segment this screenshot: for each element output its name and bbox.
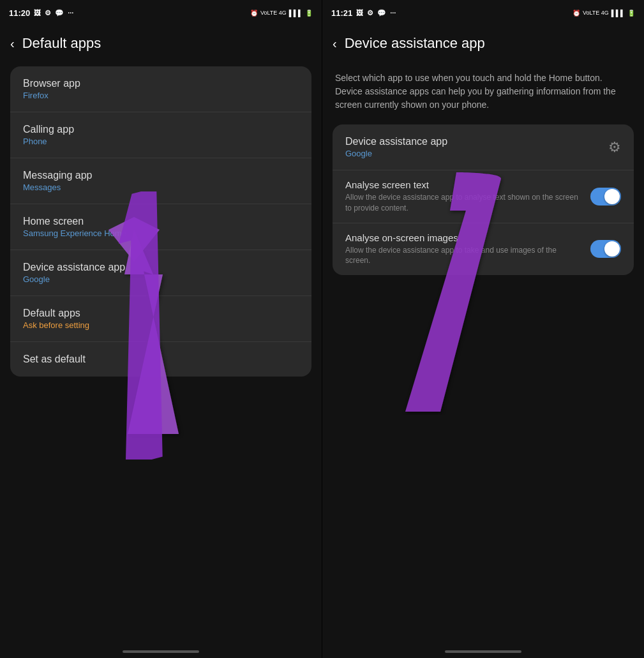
analyse-text-title: Analyse screen text — [345, 179, 580, 190]
browser-app-item[interactable]: Browser app Firefox — [10, 66, 311, 112]
gear-settings-icon[interactable]: ⚙ — [608, 139, 621, 156]
browser-app-subtitle: Firefox — [23, 91, 299, 100]
alarm-icon-1: ⏰ — [250, 10, 258, 17]
status-bar-1: 11:20 🖼 ⚙ 💬 ··· ⏰ VoLTE 4G ▌▌▌ 🔋 — [0, 0, 322, 26]
page-title-1: Default apps — [22, 35, 101, 52]
home-screen-subtitle: Samsung Experience Home — [23, 228, 299, 238]
header-2: ‹ Device assistance app — [322, 26, 644, 61]
analyse-text-toggle[interactable] — [590, 188, 621, 206]
analyse-text-toggle-row[interactable]: Analyse screen text Allow the device ass… — [333, 170, 634, 223]
analyse-text-knob — [604, 189, 620, 204]
analyse-images-toggle-row[interactable]: Analyse on-screen images Allow the devic… — [333, 223, 634, 276]
back-button-2[interactable]: ‹ — [333, 36, 337, 51]
device-assistance-setting-row[interactable]: Device assistance app Google ⚙ — [333, 124, 634, 170]
messaging-app-subtitle: Messages — [23, 183, 299, 192]
default-apps-item[interactable]: Default apps Ask before setting — [10, 296, 311, 342]
calling-app-item[interactable]: Calling app Phone — [10, 112, 311, 158]
analyse-images-subtitle: Allow the device assistance app to take … — [345, 245, 580, 267]
browser-app-title: Browser app — [23, 78, 299, 89]
set-as-default-title: Set as default — [23, 354, 299, 365]
analyse-text-subtitle: Allow the device assistance app to analy… — [345, 192, 580, 214]
default-apps-card: Browser app Firefox Calling app Phone Me… — [10, 66, 311, 377]
device-assistance-subtitle: Google — [23, 274, 299, 284]
screen2: 11:21 🖼 ⚙ 💬 ··· ⏰ VoLTE 4G ▌▌▌ 🔋 ‹ Devic… — [322, 0, 644, 658]
device-assistance-item[interactable]: Device assistance app Google — [10, 250, 311, 296]
default-apps-title: Default apps — [23, 308, 299, 319]
analyse-text-content: Analyse screen text Allow the device ass… — [345, 179, 590, 214]
status-time-1: 11:20 🖼 ⚙ 💬 ··· — [9, 8, 73, 18]
analyse-images-title: Analyse on-screen images — [345, 232, 580, 243]
whatsapp-icon-2: 💬 — [377, 9, 386, 17]
dots-icon-2: ··· — [390, 9, 396, 17]
device-assistance-setting-title: Device assistance app — [345, 136, 447, 147]
screen1: 11:20 🖼 ⚙ 💬 ··· ⏰ VoLTE 4G ▌▌▌ 🔋 ‹ Defau… — [0, 0, 322, 658]
status-time-2: 11:21 🖼 ⚙ 💬 ··· — [331, 8, 396, 18]
analyse-images-knob — [604, 241, 620, 257]
analyse-images-content: Analyse on-screen images Allow the devic… — [345, 232, 590, 267]
back-button-1[interactable]: ‹ — [10, 36, 15, 51]
signal-text-2: VoLTE 4G — [583, 10, 609, 16]
header-1: ‹ Default apps — [0, 26, 322, 61]
battery-icon-1: 🔋 — [305, 10, 313, 17]
device-assistance-setting-text: Device assistance app Google — [345, 136, 447, 158]
image-icon-1: 🖼 — [34, 9, 41, 17]
battery-icon-2: 🔋 — [627, 10, 635, 17]
default-apps-subtitle: Ask before setting — [23, 320, 299, 330]
dots-icon-1: ··· — [68, 9, 73, 17]
status-right-2: ⏰ VoLTE 4G ▌▌▌ 🔋 — [573, 10, 635, 17]
page-title-2: Device assistance app — [345, 35, 485, 52]
analyse-images-toggle[interactable] — [590, 240, 621, 258]
device-assistance-setting-subtitle: Google — [345, 149, 447, 158]
bottom-bar-2 — [445, 650, 521, 653]
image-icon-2: 🖼 — [356, 9, 363, 17]
set-as-default-item[interactable]: Set as default — [10, 342, 311, 377]
home-screen-item[interactable]: Home screen Samsung Experience Home — [10, 204, 311, 250]
whatsapp-icon-1: 💬 — [55, 9, 64, 17]
messaging-app-item[interactable]: Messaging app Messages — [10, 158, 311, 204]
status-right-1: ⏰ VoLTE 4G ▌▌▌ 🔋 — [250, 10, 313, 17]
calling-app-subtitle: Phone — [23, 137, 299, 146]
signal-bars-1: ▌▌▌ — [289, 10, 303, 17]
device-assistance-title: Device assistance app — [23, 262, 299, 273]
status-bar-2: 11:21 🖼 ⚙ 💬 ··· ⏰ VoLTE 4G ▌▌▌ 🔋 — [322, 0, 644, 26]
alarm-icon-2: ⏰ — [573, 10, 580, 17]
gear-status-icon-1: ⚙ — [45, 9, 51, 17]
bottom-bar-1 — [123, 650, 199, 653]
home-screen-title: Home screen — [23, 216, 299, 227]
messaging-app-title: Messaging app — [23, 170, 299, 181]
gear-status-icon-2: ⚙ — [367, 9, 373, 17]
device-assistance-card: Device assistance app Google ⚙ Analyse s… — [333, 124, 634, 275]
signal-text-1: VoLTE 4G — [260, 10, 287, 16]
calling-app-title: Calling app — [23, 124, 299, 135]
signal-bars-2: ▌▌▌ — [611, 10, 625, 17]
description: Select which app to use when you touch a… — [322, 61, 644, 119]
